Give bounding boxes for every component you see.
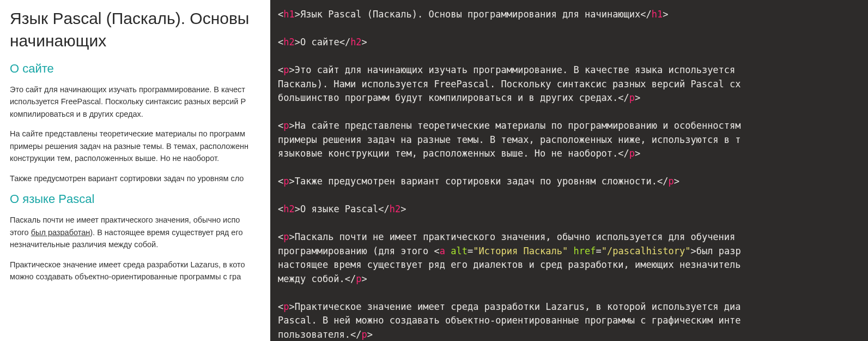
code-line: <p>Паскаль почти не имеет практического … — [278, 231, 735, 242]
paragraph: На сайте представлены теоретические мате… — [10, 128, 264, 164]
section-heading-about-pascal: О языке Pascal — [10, 192, 264, 206]
paragraph: Практическое значение имеет среда разраб… — [10, 259, 264, 283]
code-line: <h2>О сайте</h2> — [278, 37, 367, 47]
code-line: <p>Практическое значение имеет среда раз… — [278, 301, 741, 312]
code-line: <h1>Язык Pascal (Паскаль). Основы програ… — [278, 9, 669, 20]
code-line: Pascal. В ней можно создавать объектно-о… — [278, 315, 741, 326]
history-link[interactable]: был разработан — [31, 228, 90, 237]
section-heading-about-site: О сайте — [10, 62, 264, 76]
code-line: большинство программ будут компилировать… — [278, 92, 640, 103]
paragraph: Паскаль почти не имеет практического зна… — [10, 214, 264, 250]
code-line: настоящее время существует ряд его диале… — [278, 259, 741, 270]
page-title: Язык Pascal (Паскаль). Основы начинающих — [10, 8, 264, 52]
code-line: <h2>О языке Pascal</h2> — [278, 204, 406, 214]
code-line: программированию (для этого <a alt="Исто… — [278, 246, 741, 256]
code-line: <p>Также предусмотрен вариант сортировки… — [278, 176, 679, 187]
code-line: пользователя.</p> — [278, 329, 373, 340]
code-line: <p>На сайте представлены теоретические м… — [278, 120, 741, 131]
rendered-document: Язык Pascal (Паскаль). Основы начинающих… — [0, 0, 270, 341]
paragraph: Это сайт для начинающих изучать программ… — [10, 83, 264, 120]
source-code-view: <h1>Язык Pascal (Паскаль). Основы програ… — [270, 0, 868, 341]
paragraph: Также предусмотрен вариант сортировки за… — [10, 172, 264, 184]
code-line: Паскаль). Нами используется FreePascal. … — [278, 79, 741, 89]
code-line: языковые конструкции тем, расположенных … — [278, 148, 640, 159]
code-line: примеры решения задач на разные темы. В … — [278, 134, 741, 145]
code-line: между собой.</p> — [278, 273, 367, 284]
code-line: <p>Это сайт для начинающих изучать прогр… — [278, 64, 735, 75]
